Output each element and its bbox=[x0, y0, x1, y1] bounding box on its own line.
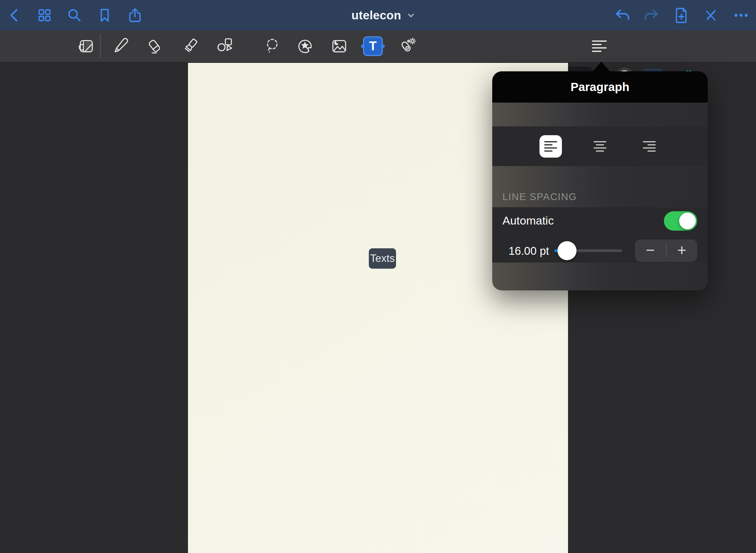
eraser-icon bbox=[145, 36, 165, 56]
search-icon bbox=[66, 7, 83, 23]
text-tool-icon: T bbox=[363, 36, 383, 56]
more-options-button[interactable] bbox=[731, 5, 751, 25]
share-button[interactable] bbox=[125, 5, 145, 25]
redo-icon bbox=[643, 7, 660, 23]
highlighter-icon bbox=[181, 36, 200, 56]
thumbnails-button[interactable] bbox=[35, 5, 54, 25]
tools-toolbar: T bbox=[0, 31, 756, 63]
back-button[interactable] bbox=[5, 5, 25, 25]
canvas-text-box[interactable]: Texts bbox=[369, 248, 396, 269]
app-screen: utelecon bbox=[0, 0, 756, 553]
automatic-label: Automatic bbox=[502, 214, 554, 227]
shapes-icon bbox=[215, 36, 235, 56]
bookmark-icon bbox=[97, 7, 113, 23]
share-icon bbox=[127, 7, 143, 23]
undo-button[interactable] bbox=[612, 5, 632, 25]
spacing-stepper: − + bbox=[635, 239, 697, 262]
pen-cross-icon bbox=[702, 7, 719, 23]
spacing-value-label: 16.00 pt bbox=[509, 245, 549, 257]
text-tool-button[interactable]: T bbox=[362, 35, 384, 57]
eraser-tool-button[interactable] bbox=[144, 35, 166, 57]
popover-header: Paragraph bbox=[492, 71, 708, 103]
selection-handle-left bbox=[361, 44, 365, 48]
align-left-option[interactable] bbox=[539, 135, 562, 158]
sticker-star-icon bbox=[295, 36, 315, 56]
highlighter-tool-button[interactable] bbox=[179, 35, 201, 57]
shapes-tool-button[interactable] bbox=[214, 35, 236, 57]
image-tool-button[interactable] bbox=[328, 35, 350, 57]
bookmark-button[interactable] bbox=[95, 5, 115, 25]
toolbar-divider bbox=[100, 34, 101, 58]
back-chevron-icon bbox=[7, 7, 23, 23]
search-button[interactable] bbox=[65, 5, 84, 25]
ellipsis-icon bbox=[733, 7, 749, 23]
image-icon bbox=[329, 36, 349, 56]
align-right-option[interactable] bbox=[638, 135, 660, 158]
pen-tool-button[interactable] bbox=[110, 35, 132, 57]
popover-title: Paragraph bbox=[570, 80, 629, 94]
laser-pointer-tool-button[interactable] bbox=[396, 35, 418, 57]
document-title: utelecon bbox=[351, 8, 401, 22]
align-center-option[interactable] bbox=[589, 135, 611, 158]
nav-bar: utelecon bbox=[0, 0, 756, 31]
handwriting-tool-button[interactable] bbox=[75, 35, 97, 57]
add-page-button[interactable] bbox=[672, 5, 691, 25]
line-spacing-section-header: LINE SPACING bbox=[492, 166, 708, 207]
line-spacing-controls: Automatic 16.00 pt − + bbox=[492, 207, 708, 263]
canvas-text-label: Texts bbox=[370, 252, 395, 265]
toggle-knob bbox=[679, 213, 696, 229]
lasso-tool-button[interactable] bbox=[261, 35, 283, 57]
add-page-icon bbox=[673, 7, 690, 24]
notebook-scribble-icon bbox=[76, 36, 96, 56]
paragraph-popover: Paragraph LINE SPACING bbox=[492, 71, 708, 290]
automatic-toggle[interactable] bbox=[664, 211, 697, 231]
popover-spacer-top bbox=[492, 103, 708, 126]
stop-editing-button[interactable] bbox=[701, 5, 720, 25]
popover-spacer-bottom bbox=[492, 263, 708, 290]
undo-icon bbox=[614, 7, 631, 23]
grid-icon bbox=[36, 7, 53, 23]
redo-button[interactable] bbox=[642, 5, 662, 25]
paragraph-alignment-button[interactable] bbox=[588, 35, 610, 57]
selection-handle-right bbox=[381, 44, 385, 48]
chevron-down-icon bbox=[407, 11, 415, 20]
align-left-icon bbox=[591, 39, 607, 53]
pen-icon bbox=[111, 36, 131, 56]
spacing-increase-button[interactable]: + bbox=[667, 239, 698, 262]
line-spacing-header-label: LINE SPACING bbox=[502, 191, 577, 202]
spacing-slider-thumb[interactable] bbox=[557, 241, 577, 260]
lasso-icon bbox=[262, 36, 282, 56]
popover-arrow bbox=[592, 61, 610, 72]
elements-tool-button[interactable] bbox=[294, 35, 316, 57]
laser-pointer-icon bbox=[397, 36, 417, 56]
alignment-options-row bbox=[492, 126, 708, 166]
document-title-button[interactable]: utelecon bbox=[351, 8, 415, 22]
spacing-decrease-button[interactable]: − bbox=[635, 239, 666, 262]
